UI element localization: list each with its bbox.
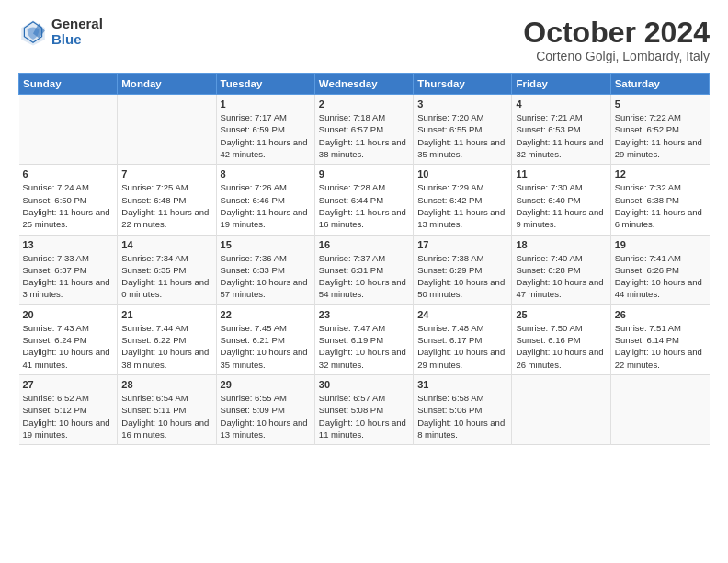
cell-content: Sunrise: 7:33 AMSunset: 6:37 PMDaylight:… — [23, 253, 110, 300]
calendar-cell: 5Sunrise: 7:22 AMSunset: 6:52 PMDaylight… — [610, 95, 709, 165]
cell-content: Sunrise: 7:18 AMSunset: 6:57 PMDaylight:… — [319, 112, 406, 159]
calendar-cell: 7Sunrise: 7:25 AMSunset: 6:48 PMDaylight… — [118, 165, 216, 235]
calendar-cell: 28Sunrise: 6:54 AMSunset: 5:11 PMDayligh… — [118, 374, 216, 444]
day-number: 31 — [417, 379, 507, 390]
calendar-week-2: 6Sunrise: 7:24 AMSunset: 6:50 PMDaylight… — [19, 165, 710, 235]
cell-content: Sunrise: 6:57 AMSunset: 5:08 PMDaylight:… — [319, 393, 406, 440]
calendar-cell: 19Sunrise: 7:41 AMSunset: 6:26 PMDayligh… — [610, 235, 709, 304]
calendar-cell: 17Sunrise: 7:38 AMSunset: 6:29 PMDayligh… — [414, 235, 512, 304]
calendar-cell: 15Sunrise: 7:36 AMSunset: 6:33 PMDayligh… — [216, 235, 314, 304]
cell-content: Sunrise: 7:50 AMSunset: 6:16 PMDaylight:… — [516, 323, 603, 370]
day-number: 8 — [221, 168, 311, 179]
cell-content: Sunrise: 7:32 AMSunset: 6:38 PMDaylight:… — [615, 182, 702, 229]
cell-content: Sunrise: 6:52 AMSunset: 5:12 PMDaylight:… — [23, 393, 110, 440]
page: General Blue October 2024 Corteno Golgi,… — [0, 0, 728, 563]
day-number: 5 — [615, 98, 706, 109]
calendar-cell: 21Sunrise: 7:44 AMSunset: 6:22 PMDayligh… — [118, 304, 216, 374]
logo-general-text: General — [51, 17, 103, 32]
calendar-cell — [610, 374, 709, 444]
cell-content: Sunrise: 7:29 AMSunset: 6:42 PMDaylight:… — [417, 182, 505, 229]
day-number: 28 — [121, 379, 211, 390]
cell-content: Sunrise: 7:48 AMSunset: 6:17 PMDaylight:… — [417, 323, 505, 370]
day-number: 24 — [417, 309, 507, 320]
day-number: 14 — [121, 239, 211, 250]
day-number: 17 — [417, 239, 507, 250]
col-friday: Friday — [512, 74, 610, 95]
day-number: 18 — [516, 239, 606, 250]
day-number: 7 — [121, 168, 211, 179]
calendar-table: Sunday Monday Tuesday Wednesday Thursday… — [18, 73, 710, 445]
logo-text: General Blue — [51, 17, 103, 47]
cell-content: Sunrise: 7:37 AMSunset: 6:31 PMDaylight:… — [319, 253, 406, 300]
day-number: 12 — [615, 168, 706, 179]
calendar-cell: 22Sunrise: 7:45 AMSunset: 6:21 PMDayligh… — [216, 304, 314, 374]
cell-content: Sunrise: 7:17 AMSunset: 6:59 PMDaylight:… — [221, 112, 308, 159]
col-wednesday: Wednesday — [314, 74, 413, 95]
calendar-cell: 11Sunrise: 7:30 AMSunset: 6:40 PMDayligh… — [512, 165, 610, 235]
day-number: 21 — [121, 309, 211, 320]
calendar-week-5: 27Sunrise: 6:52 AMSunset: 5:12 PMDayligh… — [19, 374, 710, 444]
calendar-cell: 29Sunrise: 6:55 AMSunset: 5:09 PMDayligh… — [216, 374, 314, 444]
cell-content: Sunrise: 7:26 AMSunset: 6:46 PMDaylight:… — [221, 182, 308, 229]
calendar-cell: 30Sunrise: 6:57 AMSunset: 5:08 PMDayligh… — [314, 374, 413, 444]
cell-content: Sunrise: 6:58 AMSunset: 5:06 PMDaylight:… — [417, 393, 505, 440]
calendar-cell: 24Sunrise: 7:48 AMSunset: 6:17 PMDayligh… — [414, 304, 512, 374]
calendar-cell: 26Sunrise: 7:51 AMSunset: 6:14 PMDayligh… — [610, 304, 709, 374]
day-number: 27 — [23, 379, 114, 390]
day-number: 26 — [615, 309, 706, 320]
cell-content: Sunrise: 7:47 AMSunset: 6:19 PMDaylight:… — [319, 323, 406, 370]
cell-content: Sunrise: 7:20 AMSunset: 6:55 PMDaylight:… — [417, 112, 505, 159]
cell-content: Sunrise: 6:55 AMSunset: 5:09 PMDaylight:… — [221, 393, 308, 440]
cell-content: Sunrise: 7:21 AMSunset: 6:53 PMDaylight:… — [516, 112, 603, 159]
calendar-cell: 8Sunrise: 7:26 AMSunset: 6:46 PMDaylight… — [216, 165, 314, 235]
day-number: 2 — [319, 98, 409, 109]
calendar-cell: 1Sunrise: 7:17 AMSunset: 6:59 PMDaylight… — [216, 95, 314, 165]
cell-content: Sunrise: 6:54 AMSunset: 5:11 PMDaylight:… — [121, 393, 209, 440]
cell-content: Sunrise: 7:51 AMSunset: 6:14 PMDaylight:… — [615, 323, 702, 370]
calendar-week-1: 1Sunrise: 7:17 AMSunset: 6:59 PMDaylight… — [19, 95, 710, 165]
col-saturday: Saturday — [610, 74, 709, 95]
calendar-cell: 12Sunrise: 7:32 AMSunset: 6:38 PMDayligh… — [610, 165, 709, 235]
day-number: 15 — [221, 239, 311, 250]
day-number: 13 — [23, 239, 114, 250]
logo-icon — [18, 17, 48, 47]
day-number: 20 — [23, 309, 114, 320]
calendar-cell: 18Sunrise: 7:40 AMSunset: 6:28 PMDayligh… — [512, 235, 610, 304]
calendar-cell: 2Sunrise: 7:18 AMSunset: 6:57 PMDaylight… — [314, 95, 413, 165]
cell-content: Sunrise: 7:24 AMSunset: 6:50 PMDaylight:… — [23, 182, 110, 229]
calendar-cell: 13Sunrise: 7:33 AMSunset: 6:37 PMDayligh… — [19, 235, 118, 304]
logo: General Blue — [18, 17, 103, 47]
calendar-cell — [19, 95, 118, 165]
cell-content: Sunrise: 7:45 AMSunset: 6:21 PMDaylight:… — [221, 323, 308, 370]
calendar-cell — [118, 95, 216, 165]
calendar-week-3: 13Sunrise: 7:33 AMSunset: 6:37 PMDayligh… — [19, 235, 710, 304]
cell-content: Sunrise: 7:28 AMSunset: 6:44 PMDaylight:… — [319, 182, 406, 229]
col-monday: Monday — [118, 74, 216, 95]
cell-content: Sunrise: 7:34 AMSunset: 6:35 PMDaylight:… — [121, 253, 209, 300]
day-number: 6 — [23, 168, 114, 179]
col-tuesday: Tuesday — [216, 74, 314, 95]
calendar-cell: 14Sunrise: 7:34 AMSunset: 6:35 PMDayligh… — [118, 235, 216, 304]
calendar-cell: 4Sunrise: 7:21 AMSunset: 6:53 PMDaylight… — [512, 95, 610, 165]
col-thursday: Thursday — [414, 74, 512, 95]
day-number: 4 — [516, 98, 606, 109]
header: General Blue October 2024 Corteno Golgi,… — [18, 17, 710, 63]
day-number: 19 — [615, 239, 706, 250]
calendar-cell: 31Sunrise: 6:58 AMSunset: 5:06 PMDayligh… — [414, 374, 512, 444]
day-number: 30 — [319, 379, 409, 390]
cell-content: Sunrise: 7:22 AMSunset: 6:52 PMDaylight:… — [615, 112, 702, 159]
calendar-week-4: 20Sunrise: 7:43 AMSunset: 6:24 PMDayligh… — [19, 304, 710, 374]
calendar-header: Sunday Monday Tuesday Wednesday Thursday… — [19, 74, 710, 95]
logo-blue-text: Blue — [51, 32, 103, 48]
cell-content: Sunrise: 7:41 AMSunset: 6:26 PMDaylight:… — [615, 253, 702, 300]
calendar-cell — [512, 374, 610, 444]
title-block: October 2024 Corteno Golgi, Lombardy, It… — [523, 17, 710, 63]
calendar-cell: 25Sunrise: 7:50 AMSunset: 6:16 PMDayligh… — [512, 304, 610, 374]
calendar-cell: 3Sunrise: 7:20 AMSunset: 6:55 PMDaylight… — [414, 95, 512, 165]
day-number: 1 — [221, 98, 311, 109]
calendar-cell: 20Sunrise: 7:43 AMSunset: 6:24 PMDayligh… — [19, 304, 118, 374]
calendar-cell: 10Sunrise: 7:29 AMSunset: 6:42 PMDayligh… — [414, 165, 512, 235]
calendar-cell: 6Sunrise: 7:24 AMSunset: 6:50 PMDaylight… — [19, 165, 118, 235]
cell-content: Sunrise: 7:25 AMSunset: 6:48 PMDaylight:… — [121, 182, 209, 229]
main-title: October 2024 — [523, 17, 710, 49]
